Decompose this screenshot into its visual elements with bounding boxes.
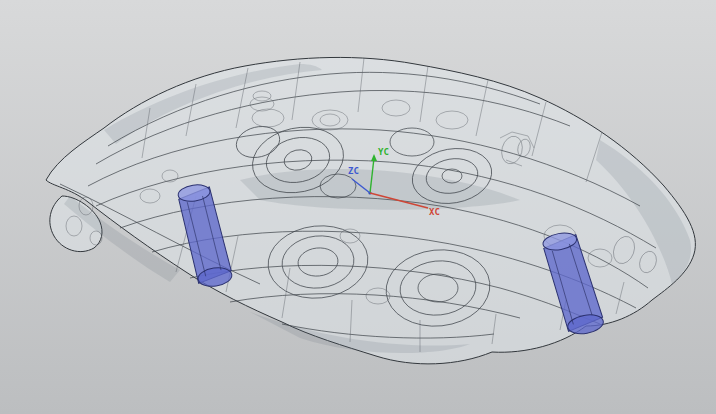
wcs-label-yc: YC	[378, 147, 389, 157]
cad-canvas[interactable]: YC ZC XC	[0, 0, 716, 414]
cad-viewport[interactable]: YC ZC XC	[0, 0, 716, 414]
wcs-label-xc: XC	[429, 207, 440, 217]
wcs-label-zc: ZC	[348, 166, 359, 176]
